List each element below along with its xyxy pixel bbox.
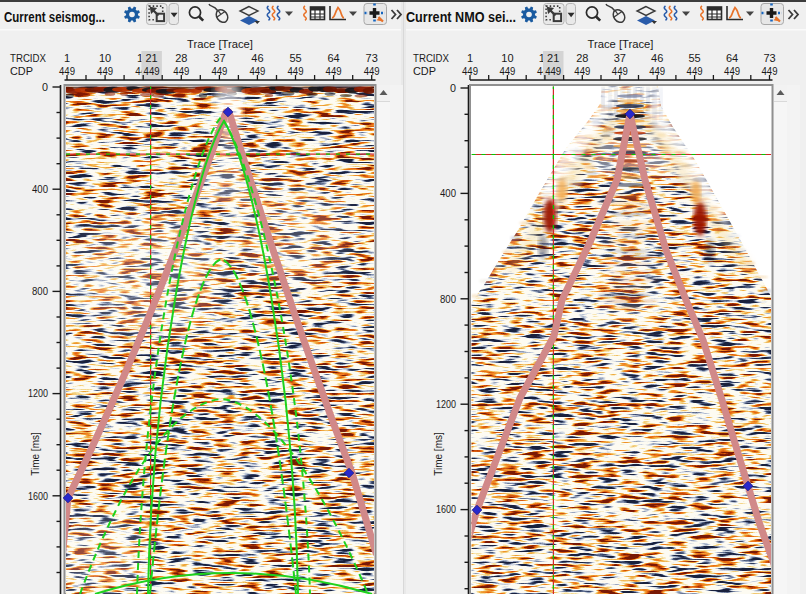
svg-text:1200: 1200 [436,398,456,410]
svg-text:Trace [Trace]: Trace [Trace] [588,38,654,50]
svg-text:1: 1 [467,52,473,64]
svg-text:400: 400 [32,183,48,195]
svg-text:21: 21 [547,52,559,64]
svg-text:21: 21 [145,52,157,64]
svg-text:800: 800 [32,285,48,297]
svg-text:1200: 1200 [28,387,48,399]
svg-text:Trace [Trace]: Trace [Trace] [187,38,253,50]
svg-text:0: 0 [450,82,456,94]
svg-text:CDP: CDP [10,65,33,77]
svg-text:CDP: CDP [413,65,436,77]
svg-text:28: 28 [175,52,187,64]
svg-text:37: 37 [213,52,225,64]
svg-text:64: 64 [726,52,738,64]
svg-text:46: 46 [251,52,263,64]
svg-text:10: 10 [501,52,513,64]
svg-text:Time [ms]: Time [ms] [433,432,444,476]
svg-text:TRCIDX: TRCIDX [413,52,450,64]
svg-text:449: 449 [545,65,561,77]
svg-text:1600: 1600 [28,490,48,502]
svg-text:Current seismog...: Current seismog... [4,9,105,25]
svg-text:TRCIDX: TRCIDX [10,52,47,64]
svg-text:0: 0 [42,81,48,93]
svg-text:37: 37 [614,52,626,64]
svg-text:400: 400 [440,187,456,199]
svg-text:73: 73 [763,52,775,64]
svg-text:10: 10 [99,52,111,64]
svg-text:55: 55 [688,52,700,64]
svg-text:46: 46 [651,52,663,64]
svg-text:1600: 1600 [436,503,456,515]
svg-text:55: 55 [289,52,301,64]
svg-text:28: 28 [576,52,588,64]
svg-text:800: 800 [440,293,456,305]
svg-text:Time [ms]: Time [ms] [30,432,41,476]
svg-text:449: 449 [144,65,160,77]
svg-text:64: 64 [327,52,339,64]
svg-text:73: 73 [366,52,378,64]
svg-text:1: 1 [64,52,70,64]
svg-text:Current NMO sei...: Current NMO sei... [406,9,516,25]
